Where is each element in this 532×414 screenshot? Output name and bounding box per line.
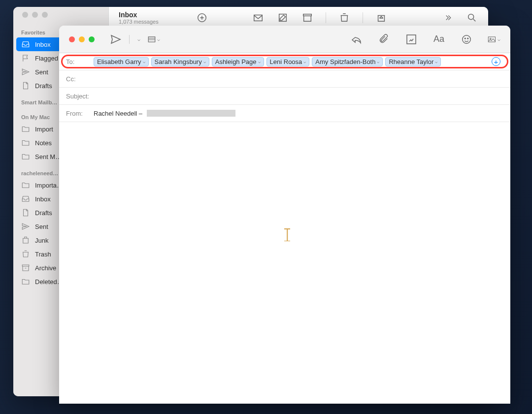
sidebar-label: Archive xyxy=(35,264,56,272)
to-field-row[interactable]: To: Elisabeth Garry⌵ Sarah Kingsbury⌵ As… xyxy=(59,53,510,70)
svg-point-7 xyxy=(465,38,466,39)
junk-icon[interactable] xyxy=(375,11,388,24)
minimize-icon[interactable] xyxy=(79,36,85,42)
svg-point-8 xyxy=(467,38,468,39)
mailbox-title: Inbox xyxy=(119,11,196,19)
inbox-icon xyxy=(21,40,30,49)
flag-icon xyxy=(21,54,30,63)
recipient-chip[interactable]: Ashleigh Page⌵ xyxy=(212,57,264,66)
minimize-disabled-icon xyxy=(32,12,38,18)
sidebar-label: Sent xyxy=(35,223,48,230)
send-button[interactable] xyxy=(109,33,122,46)
junk-icon xyxy=(21,236,30,245)
inbox-icon xyxy=(21,194,30,203)
search-icon[interactable] xyxy=(466,11,478,24)
divider xyxy=(129,35,130,44)
sidebar-label: Drafts xyxy=(35,82,52,90)
chevron-down-icon[interactable]: ⌵ xyxy=(435,59,437,64)
from-label: From: xyxy=(66,110,94,117)
redacted-email xyxy=(147,110,235,117)
emoji-icon[interactable] xyxy=(460,33,473,46)
compose-toolbar: ⌵ ⌵ Aa ⌵ xyxy=(59,26,510,53)
chevron-down-icon[interactable]: ⌵ xyxy=(303,59,306,64)
folder-icon xyxy=(21,181,30,190)
sidebar-label: Import xyxy=(35,126,53,133)
svg-rect-5 xyxy=(407,35,416,44)
svg-rect-4 xyxy=(148,36,155,42)
close-disabled-icon xyxy=(22,12,28,18)
photo-icon[interactable]: ⌵ xyxy=(488,33,500,46)
zoom-icon[interactable] xyxy=(89,36,95,42)
attachment-icon[interactable] xyxy=(377,33,390,46)
recipient-chip[interactable]: Amy Spitzfaden-Both⌵ xyxy=(312,57,383,66)
subject-field-row[interactable]: Subject: xyxy=(59,88,510,105)
compose-window: ⌵ ⌵ Aa ⌵ To: Elisabeth Garry⌵ Sarah King… xyxy=(59,26,510,404)
sidebar-label: Inbox xyxy=(35,195,51,203)
chevron-down-icon[interactable]: ⌵ xyxy=(143,59,145,64)
delete-icon[interactable] xyxy=(338,11,351,24)
chevron-down-icon[interactable]: ⌵ xyxy=(137,36,140,42)
close-icon[interactable] xyxy=(69,36,75,42)
window-controls xyxy=(13,12,108,26)
chevron-down-icon[interactable]: ⌵ xyxy=(377,59,379,64)
folder-icon xyxy=(21,125,30,133)
recipient-chip[interactable]: Rheanne Taylor⌵ xyxy=(385,57,441,66)
sidebar-label: Sent M… xyxy=(35,153,62,160)
compose-body[interactable] xyxy=(59,122,510,404)
recipient-chip[interactable]: Leni Roosa⌵ xyxy=(266,57,310,66)
add-recipient-button[interactable]: + xyxy=(492,57,500,66)
more-icon[interactable] xyxy=(441,11,454,24)
recipient-chip[interactable]: Elisabeth Garry⌵ xyxy=(94,57,149,66)
sent-icon xyxy=(21,67,30,76)
divider xyxy=(363,12,363,23)
folder-icon xyxy=(21,138,30,147)
zoom-disabled-icon xyxy=(42,12,48,18)
subject-label: Subject: xyxy=(66,93,94,100)
archive-icon[interactable] xyxy=(301,11,314,24)
filter-icon[interactable] xyxy=(196,11,208,24)
sidebar-label: Junk xyxy=(35,237,48,244)
message-count: 1,073 messages xyxy=(119,19,196,25)
chevron-down-icon[interactable]: ⌵ xyxy=(203,59,206,64)
trash-icon xyxy=(21,250,30,258)
svg-point-10 xyxy=(490,38,492,39)
sidebar-label: Notes xyxy=(35,139,52,147)
svg-rect-1 xyxy=(254,15,263,21)
chevron-down-icon[interactable]: ⌵ xyxy=(258,59,261,64)
to-label: To: xyxy=(66,58,94,65)
cc-label: Cc: xyxy=(66,75,94,83)
sidebar-label: Sent xyxy=(35,68,48,76)
text-cursor-icon xyxy=(284,228,291,241)
compose-icon[interactable] xyxy=(276,11,289,24)
archive-icon xyxy=(21,263,30,272)
draft-icon xyxy=(21,81,30,90)
compose-window-controls xyxy=(69,36,95,42)
divider xyxy=(326,12,326,23)
draft-icon xyxy=(21,208,30,217)
sidebar-label: Trash xyxy=(35,251,51,258)
to-recipients[interactable]: Elisabeth Garry⌵ Sarah Kingsbury⌵ Ashlei… xyxy=(94,57,503,66)
folder-icon xyxy=(21,277,30,286)
svg-point-3 xyxy=(468,14,474,19)
compose-fields: To: Elisabeth Garry⌵ Sarah Kingsbury⌵ As… xyxy=(59,53,510,122)
from-field-row[interactable]: From: Rachel Needell – xyxy=(59,105,510,122)
reply-icon[interactable] xyxy=(350,33,363,46)
envelope-icon[interactable] xyxy=(252,11,265,24)
sidebar-label: Drafts xyxy=(35,209,52,217)
from-value[interactable]: Rachel Needell – xyxy=(94,110,503,117)
sent-icon xyxy=(21,222,30,231)
format-icon[interactable]: Aa xyxy=(432,33,445,46)
svg-rect-9 xyxy=(488,36,495,41)
sidebar-label: Flagged xyxy=(35,55,58,62)
sidebar-label: Inbox xyxy=(35,41,51,48)
markup-icon[interactable] xyxy=(405,33,418,46)
folder-icon xyxy=(21,152,30,161)
header-fields-button[interactable]: ⌵ xyxy=(147,33,160,46)
cc-field-row[interactable]: Cc: xyxy=(59,70,510,88)
svg-point-6 xyxy=(463,35,471,43)
recipient-chip[interactable]: Sarah Kingsbury⌵ xyxy=(151,57,209,66)
